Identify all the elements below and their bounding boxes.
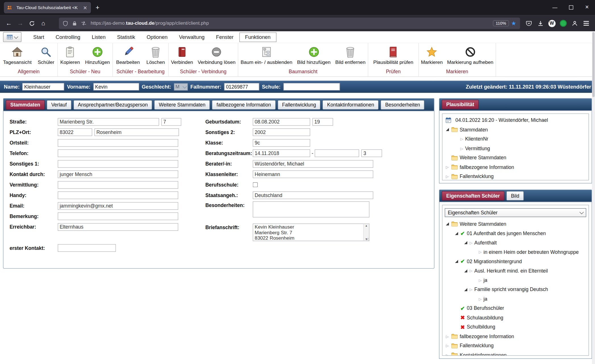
tree-item[interactable]: 03 Berufsschüler	[442, 304, 588, 313]
kontakt-durch-input[interactable]	[58, 171, 178, 178]
menu-item-fenster[interactable]: Fenster	[210, 32, 239, 42]
lock-icon[interactable]	[72, 21, 77, 26]
vorname-input[interactable]	[93, 83, 139, 91]
tab-fallentwicklung[interactable]: Fallentwicklung	[278, 100, 321, 110]
tree-item[interactable]: Vermittlung	[442, 144, 588, 153]
tree-item[interactable]: in einem Heim oder betreuten Wohngruppe	[442, 247, 588, 257]
url-bar[interactable]: https://jas-demo.tau-cloud.de/prog/app/c…	[59, 18, 520, 29]
markierung-aufheben-button[interactable]: Markierung aufheben	[446, 45, 494, 65]
expand-icon[interactable]	[445, 334, 450, 339]
menu-item-controlling[interactable]: Controlling	[50, 32, 86, 42]
collapse-icon[interactable]	[454, 231, 459, 236]
scrollbar-thumb[interactable]	[592, 32, 595, 97]
reload-button[interactable]	[26, 18, 38, 29]
zoom-indicator[interactable]: 110%	[493, 20, 509, 26]
bemerkung-input[interactable]	[58, 213, 178, 220]
menu-icon[interactable]	[581, 18, 592, 29]
tab-weitere-stammdaten[interactable]: Weitere Stammdaten	[154, 100, 210, 110]
app-launcher-button[interactable]	[3, 32, 22, 42]
bild-entfernen-button[interactable]: Bild entfernen	[334, 45, 366, 65]
plz-input[interactable]	[58, 129, 92, 136]
tab-besonderheiten[interactable]: Besonderheiten	[381, 100, 425, 110]
staatsangeh-input[interactable]	[253, 192, 373, 199]
erreichbar-input[interactable]	[58, 223, 178, 231]
tab-plausibilitaet[interactable]: Plausibilität	[442, 100, 479, 109]
hinzuf-gen-button[interactable]: Hinzufügen	[84, 45, 111, 65]
menu-item-start[interactable]: Start	[28, 32, 50, 42]
geschlecht-select[interactable]: M	[174, 83, 188, 91]
verbindung-l-sen-button[interactable]: Verbindung lösen	[197, 45, 236, 65]
tree-item[interactable]: Aufenthalt	[442, 238, 588, 247]
collapse-icon[interactable]	[445, 221, 450, 226]
expand-icon[interactable]	[445, 174, 450, 179]
home-button[interactable]: ⌂	[38, 18, 49, 29]
besonderheiten-textarea[interactable]	[253, 201, 369, 217]
permissions-icon[interactable]	[81, 21, 86, 26]
browser-tab[interactable]: Tau-Cloud Schulsozialarbeit <K ✕	[4, 2, 91, 13]
briefanschrift-textarea[interactable]: Kevin Kleinhauser Marienberg Str. 7 8302…	[253, 223, 369, 241]
berater-input[interactable]	[253, 160, 373, 168]
beratung-bis-input[interactable]	[315, 150, 359, 157]
kopieren-button[interactable]: Kopieren	[60, 45, 81, 65]
downloads-icon[interactable]	[534, 18, 546, 29]
baum-ein-ausblenden-button[interactable]: Baum ein- / ausblenden	[240, 45, 293, 65]
tab-bild[interactable]: Bild	[506, 191, 524, 201]
tree-item[interactable]: Stammdaten	[442, 125, 588, 134]
tree-item[interactable]: Weitere Stammdaten	[442, 153, 588, 162]
menu-item-funktionen[interactable]: Funktionen	[239, 32, 276, 42]
email-input[interactable]	[58, 202, 178, 210]
klasse-input[interactable]	[253, 139, 310, 147]
menu-item-optionen[interactable]: Optionen	[141, 32, 173, 42]
collapse-icon[interactable]	[463, 240, 468, 245]
alter-input[interactable]	[313, 118, 333, 126]
bookmark-star-icon[interactable]: ★	[511, 20, 516, 27]
hausnummer-input[interactable]	[161, 118, 181, 126]
pocket-icon[interactable]	[523, 18, 534, 29]
fallnummer-input[interactable]	[224, 83, 259, 91]
schule-input[interactable]	[283, 83, 340, 91]
klassenleiter-input[interactable]	[253, 171, 373, 178]
minimize-button[interactable]: —	[547, 0, 563, 14]
extension-w-icon[interactable]: W	[546, 18, 557, 29]
handy-input[interactable]	[58, 192, 178, 199]
tab-eigenschaften-sch-ler[interactable]: Eigenschaften Schüler	[442, 191, 504, 201]
plausibilitaet-entry[interactable]: 04.01.2022 16:20 - Wüstendörfer, Michael	[442, 115, 588, 125]
telefon-input[interactable]	[58, 150, 178, 157]
forward-button[interactable]: →	[14, 18, 26, 29]
l-schen-button[interactable]: Löschen	[146, 45, 166, 65]
expand-icon[interactable]	[445, 343, 450, 348]
vermittlung-input[interactable]	[58, 181, 178, 189]
tree-item[interactable]: 02 Migrationshintergrund	[442, 257, 588, 266]
berufsschule-checkbox[interactable]	[253, 182, 258, 187]
menu-item-listen[interactable]: Listen	[86, 32, 111, 42]
menu-item-statistik[interactable]: Statistik	[111, 32, 141, 42]
menu-item-verwaltung[interactable]: Verwaltung	[173, 32, 210, 42]
tree-item[interactable]: Schulbildung	[442, 322, 588, 332]
eigenschaften-dropdown[interactable]: Eigenschaften Schüler	[445, 208, 586, 217]
close-button[interactable]: ×	[579, 0, 595, 14]
ort-input[interactable]	[94, 129, 179, 136]
tree-item[interactable]: ja	[442, 275, 588, 285]
tab-fallbezogene-information[interactable]: fallbezogene Information	[212, 100, 276, 110]
beratung-anzahl-input[interactable]	[361, 150, 382, 157]
scroll-up-icon[interactable]: ▲	[365, 224, 368, 227]
maximize-button[interactable]	[563, 0, 579, 14]
tree-item[interactable]: Ausl. Herkunft mind. ein Elternteil	[442, 266, 588, 275]
tree-item[interactable]: fallbezogene Information	[442, 162, 588, 172]
sonstiges1-input[interactable]	[58, 160, 178, 168]
sonstiges2-input[interactable]	[253, 129, 310, 136]
strasse-input[interactable]	[58, 118, 159, 126]
tree-item[interactable]: fallbezogene Information	[442, 332, 588, 341]
new-tab-button[interactable]: +	[95, 4, 99, 11]
account-icon[interactable]	[569, 18, 581, 29]
tab-stammdaten[interactable]: Stammdaten	[6, 100, 45, 110]
ortsteil-input[interactable]	[58, 139, 178, 147]
back-button[interactable]: ←	[3, 18, 14, 29]
collapse-icon[interactable]	[463, 287, 468, 292]
tree-item[interactable]: Weitere Stammdaten	[442, 219, 588, 229]
tab-ansprechpartner-bezugsperson[interactable]: Ansprechpartner/Bezugsperson	[73, 100, 152, 110]
collapse-icon[interactable]	[463, 268, 468, 273]
sch-ler-button[interactable]: Schüler	[37, 45, 55, 65]
tree-item[interactable]: KlientenNr	[442, 134, 588, 144]
plausibilit-t-pr-fen-button[interactable]: Plausibilität prüfen	[373, 45, 414, 65]
